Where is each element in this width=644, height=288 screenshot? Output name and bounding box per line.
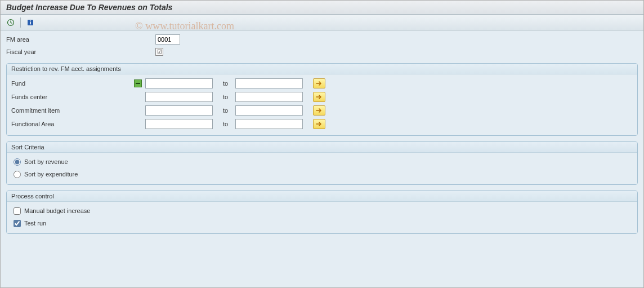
to-label: to	[213, 121, 235, 127]
commitment-item-to-input[interactable]	[235, 105, 303, 116]
restriction-group: Restriction to rev. FM acct. assignments…	[6, 63, 638, 136]
fm-area-input[interactable]	[155, 34, 180, 45]
range-label: Fund	[11, 79, 145, 87]
fiscal-year-label: Fiscal year	[6, 48, 155, 55]
sort-expenditure-label: Sort by expenditure	[24, 171, 78, 178]
process-control-body: Manual budget increase Test run	[7, 202, 637, 233]
functional-area-to-input[interactable]	[235, 119, 303, 129]
sort-revenue-row: Sort by revenue	[11, 156, 633, 167]
clock-execute-icon	[7, 19, 15, 26]
arrow-right-icon	[316, 108, 323, 113]
manual-budget-label: Manual budget increase	[24, 207, 90, 214]
fund-from-input[interactable]	[145, 78, 213, 88]
to-label: to	[213, 80, 235, 87]
range-row-fund: Fund to	[11, 78, 633, 89]
funds-center-label: Funds center	[11, 94, 47, 100]
functional-area-from-input[interactable]	[145, 119, 213, 129]
range-row-commitment-item: Commitment item to	[11, 105, 633, 116]
multi-select-button[interactable]	[313, 78, 325, 88]
sort-revenue-radio[interactable]	[14, 158, 21, 166]
restriction-body: Fund to Funds center	[7, 74, 637, 135]
svg-rect-4	[136, 83, 140, 84]
range-row-functional-area: Functional Area to	[11, 118, 633, 130]
fund-to-input[interactable]	[235, 78, 303, 88]
main-area: FM area Fiscal year ☑ Restriction to rev…	[1, 30, 643, 288]
process-control-title: Process control	[7, 191, 637, 202]
info-icon	[26, 19, 34, 26]
arrow-right-icon	[316, 94, 323, 100]
toolbar	[1, 15, 643, 30]
info-button[interactable]	[25, 17, 36, 28]
commitment-item-from-input[interactable]	[145, 105, 213, 116]
test-run-label: Test run	[24, 220, 46, 227]
top-fields: FM area Fiscal year ☑	[6, 34, 638, 57]
sort-revenue-label: Sort by revenue	[24, 158, 68, 165]
to-label: to	[213, 107, 235, 114]
test-run-checkbox[interactable]	[14, 220, 21, 227]
range-row-funds-center: Funds center to	[11, 91, 633, 103]
svg-rect-3	[30, 21, 31, 24]
manual-budget-checkbox[interactable]	[14, 207, 21, 215]
fm-area-label: FM area	[6, 36, 155, 43]
multi-select-button[interactable]	[313, 105, 325, 116]
svg-rect-2	[30, 20, 31, 21]
sort-criteria-group: Sort Criteria Sort by revenue Sort by ex…	[6, 141, 638, 185]
selection-indicator-icon[interactable]	[134, 79, 142, 87]
commitment-item-label: Commitment item	[11, 107, 60, 114]
execute-button[interactable]	[5, 17, 16, 28]
sort-expenditure-radio[interactable]	[14, 171, 21, 178]
fiscal-year-row: Fiscal year ☑	[6, 46, 638, 57]
title-text: Budget Increase Due To Revenues on Total…	[6, 3, 172, 12]
fund-label: Fund	[11, 80, 25, 87]
restriction-title: Restriction to rev. FM acct. assignments	[7, 64, 637, 74]
fm-area-row: FM area	[6, 34, 638, 45]
fiscal-year-required-checkbox[interactable]: ☑	[155, 48, 163, 56]
page-title: Budget Increase Due To Revenues on Total…	[1, 1, 643, 15]
sort-criteria-body: Sort by revenue Sort by expenditure	[7, 153, 637, 184]
arrow-right-icon	[316, 81, 323, 86]
toolbar-separator	[20, 17, 21, 28]
funds-center-from-input[interactable]	[145, 92, 213, 102]
functional-area-label: Functional Area	[11, 121, 54, 127]
arrow-right-icon	[316, 121, 323, 127]
manual-budget-row: Manual budget increase	[11, 205, 633, 216]
multi-select-button[interactable]	[313, 119, 325, 129]
funds-center-to-input[interactable]	[235, 92, 303, 102]
sort-criteria-title: Sort Criteria	[7, 142, 637, 153]
test-run-row: Test run	[11, 218, 633, 229]
to-label: to	[213, 94, 235, 100]
multi-select-button[interactable]	[313, 92, 325, 102]
process-control-group: Process control Manual budget increase T…	[6, 190, 638, 234]
sort-expenditure-row: Sort by expenditure	[11, 169, 633, 180]
